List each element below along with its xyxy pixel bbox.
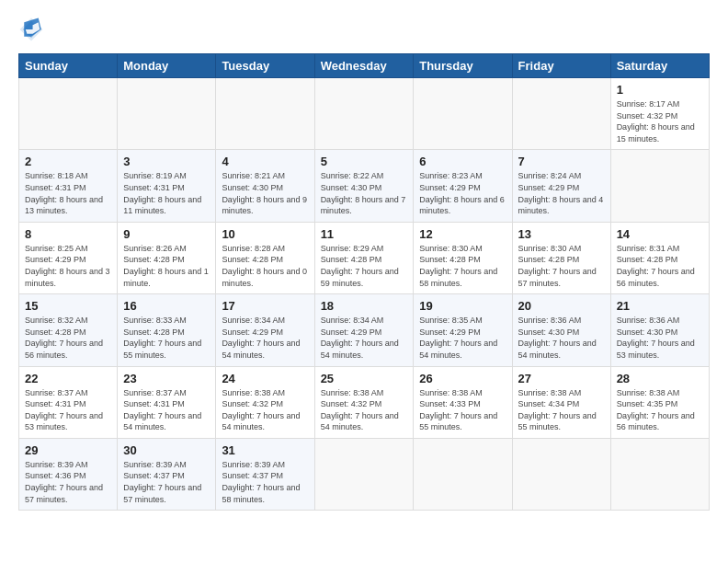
day-info: Sunrise: 8:23 AMSunset: 4:29 PMDaylight:…	[419, 170, 506, 216]
logo-icon	[18, 17, 44, 42]
day-number: 18	[321, 299, 408, 313]
day-info: Sunrise: 8:37 AMSunset: 4:31 PMDaylight:…	[25, 387, 111, 433]
day-info: Sunrise: 8:35 AMSunset: 4:29 PMDaylight:…	[419, 315, 506, 361]
day-info: Sunrise: 8:39 AMSunset: 4:36 PMDaylight:…	[25, 459, 111, 505]
calendar-cell	[610, 150, 709, 222]
page-container: SundayMondayTuesdayWednesdayThursdayFrid…	[0, 0, 728, 520]
day-info: Sunrise: 8:38 AMSunset: 4:32 PMDaylight:…	[321, 387, 408, 433]
day-info: Sunrise: 8:34 AMSunset: 4:29 PMDaylight:…	[321, 315, 408, 361]
day-info: Sunrise: 8:22 AMSunset: 4:30 PMDaylight:…	[321, 170, 408, 216]
day-number: 9	[123, 227, 210, 241]
day-header-tuesday: Tuesday	[216, 54, 314, 78]
day-number: 21	[617, 299, 703, 313]
day-number: 28	[617, 372, 703, 385]
day-info: Sunrise: 8:26 AMSunset: 4:28 PMDaylight:…	[123, 243, 210, 289]
day-info: Sunrise: 8:38 AMSunset: 4:34 PMDaylight:…	[518, 387, 605, 433]
calendar-cell: 10Sunrise: 8:28 AMSunset: 4:28 PMDayligh…	[216, 222, 314, 293]
day-info: Sunrise: 8:18 AMSunset: 4:31 PMDaylight:…	[25, 170, 111, 216]
day-number: 16	[123, 299, 210, 313]
calendar-cell: 16Sunrise: 8:33 AMSunset: 4:28 PMDayligh…	[118, 294, 216, 366]
calendar-cell: 29Sunrise: 8:39 AMSunset: 4:36 PMDayligh…	[19, 438, 118, 510]
calendar-cell	[118, 78, 216, 150]
day-number: 22	[25, 372, 111, 385]
day-header-wednesday: Wednesday	[314, 54, 414, 78]
day-info: Sunrise: 8:28 AMSunset: 4:28 PMDaylight:…	[222, 243, 308, 289]
day-number: 20	[518, 299, 605, 313]
calendar-cell: 24Sunrise: 8:38 AMSunset: 4:32 PMDayligh…	[216, 366, 314, 438]
day-number: 1	[617, 83, 703, 97]
day-info: Sunrise: 8:32 AMSunset: 4:28 PMDaylight:…	[25, 315, 111, 361]
logo	[18, 17, 48, 42]
calendar-cell: 11Sunrise: 8:29 AMSunset: 4:28 PMDayligh…	[314, 222, 414, 293]
day-number: 8	[25, 227, 111, 241]
day-info: Sunrise: 8:39 AMSunset: 4:37 PMDaylight:…	[123, 459, 210, 505]
calendar-cell: 15Sunrise: 8:32 AMSunset: 4:28 PMDayligh…	[19, 294, 118, 366]
calendar-cell: 12Sunrise: 8:30 AMSunset: 4:28 PMDayligh…	[414, 222, 512, 293]
day-header-thursday: Thursday	[414, 54, 512, 78]
day-info: Sunrise: 8:33 AMSunset: 4:28 PMDaylight:…	[123, 315, 210, 361]
day-number: 24	[222, 372, 308, 385]
calendar-cell: 6Sunrise: 8:23 AMSunset: 4:29 PMDaylight…	[414, 150, 512, 222]
day-info: Sunrise: 8:34 AMSunset: 4:29 PMDaylight:…	[222, 315, 308, 361]
calendar-cell: 14Sunrise: 8:31 AMSunset: 4:28 PMDayligh…	[610, 222, 709, 293]
day-number: 31	[222, 443, 308, 457]
day-info: Sunrise: 8:39 AMSunset: 4:37 PMDaylight:…	[222, 459, 308, 505]
calendar-cell: 23Sunrise: 8:37 AMSunset: 4:31 PMDayligh…	[118, 366, 216, 438]
calendar-cell: 31Sunrise: 8:39 AMSunset: 4:37 PMDayligh…	[216, 438, 314, 510]
day-info: Sunrise: 8:38 AMSunset: 4:35 PMDaylight:…	[617, 387, 703, 433]
day-info: Sunrise: 8:30 AMSunset: 4:28 PMDaylight:…	[419, 243, 506, 289]
day-number: 3	[123, 155, 210, 168]
calendar-cell: 2Sunrise: 8:18 AMSunset: 4:31 PMDaylight…	[19, 150, 118, 222]
day-number: 15	[25, 299, 111, 313]
calendar-cell	[216, 78, 314, 150]
calendar-table: SundayMondayTuesdayWednesdayThursdayFrid…	[18, 53, 710, 511]
calendar-cell: 17Sunrise: 8:34 AMSunset: 4:29 PMDayligh…	[216, 294, 314, 366]
day-header-friday: Friday	[512, 54, 610, 78]
day-number: 14	[617, 227, 703, 241]
day-number: 5	[321, 155, 408, 168]
day-number: 6	[419, 155, 506, 168]
day-number: 4	[222, 155, 308, 168]
day-number: 10	[222, 227, 308, 241]
day-number: 26	[419, 372, 506, 385]
calendar-cell: 22Sunrise: 8:37 AMSunset: 4:31 PMDayligh…	[19, 366, 118, 438]
day-info: Sunrise: 8:38 AMSunset: 4:32 PMDaylight:…	[222, 387, 308, 433]
day-number: 11	[321, 227, 408, 241]
day-number: 25	[321, 372, 408, 385]
calendar-cell	[314, 78, 414, 150]
calendar-cell: 19Sunrise: 8:35 AMSunset: 4:29 PMDayligh…	[414, 294, 512, 366]
page-header	[18, 17, 710, 42]
day-number: 29	[25, 443, 111, 457]
calendar-cell: 26Sunrise: 8:38 AMSunset: 4:33 PMDayligh…	[414, 366, 512, 438]
day-number: 30	[123, 443, 210, 457]
calendar-cell: 28Sunrise: 8:38 AMSunset: 4:35 PMDayligh…	[610, 366, 709, 438]
day-info: Sunrise: 8:31 AMSunset: 4:28 PMDaylight:…	[617, 243, 703, 289]
day-info: Sunrise: 8:37 AMSunset: 4:31 PMDaylight:…	[123, 387, 210, 433]
day-number: 12	[419, 227, 506, 241]
calendar-cell: 9Sunrise: 8:26 AMSunset: 4:28 PMDaylight…	[118, 222, 216, 293]
calendar-cell: 30Sunrise: 8:39 AMSunset: 4:37 PMDayligh…	[118, 438, 216, 510]
calendar-cell: 8Sunrise: 8:25 AMSunset: 4:29 PMDaylight…	[19, 222, 118, 293]
calendar-cell	[610, 438, 709, 510]
calendar-cell: 1Sunrise: 8:17 AMSunset: 4:32 PMDaylight…	[610, 78, 709, 150]
day-header-saturday: Saturday	[610, 54, 709, 78]
calendar-cell: 5Sunrise: 8:22 AMSunset: 4:30 PMDaylight…	[314, 150, 414, 222]
day-number: 17	[222, 299, 308, 313]
day-info: Sunrise: 8:38 AMSunset: 4:33 PMDaylight:…	[419, 387, 506, 433]
calendar-cell: 7Sunrise: 8:24 AMSunset: 4:29 PMDaylight…	[512, 150, 610, 222]
day-number: 2	[25, 155, 111, 168]
calendar-cell	[414, 438, 512, 510]
calendar-cell: 20Sunrise: 8:36 AMSunset: 4:30 PMDayligh…	[512, 294, 610, 366]
day-info: Sunrise: 8:36 AMSunset: 4:30 PMDaylight:…	[518, 315, 605, 361]
calendar-cell	[19, 78, 118, 150]
calendar-cell: 4Sunrise: 8:21 AMSunset: 4:30 PMDaylight…	[216, 150, 314, 222]
calendar-cell	[414, 78, 512, 150]
day-header-sunday: Sunday	[19, 54, 118, 78]
day-info: Sunrise: 8:19 AMSunset: 4:31 PMDaylight:…	[123, 170, 210, 216]
calendar-cell	[512, 438, 610, 510]
day-info: Sunrise: 8:30 AMSunset: 4:28 PMDaylight:…	[518, 243, 605, 289]
day-info: Sunrise: 8:36 AMSunset: 4:30 PMDaylight:…	[617, 315, 703, 361]
calendar-header-row: SundayMondayTuesdayWednesdayThursdayFrid…	[19, 54, 710, 78]
day-info: Sunrise: 8:29 AMSunset: 4:28 PMDaylight:…	[321, 243, 408, 289]
day-info: Sunrise: 8:21 AMSunset: 4:30 PMDaylight:…	[222, 170, 308, 216]
